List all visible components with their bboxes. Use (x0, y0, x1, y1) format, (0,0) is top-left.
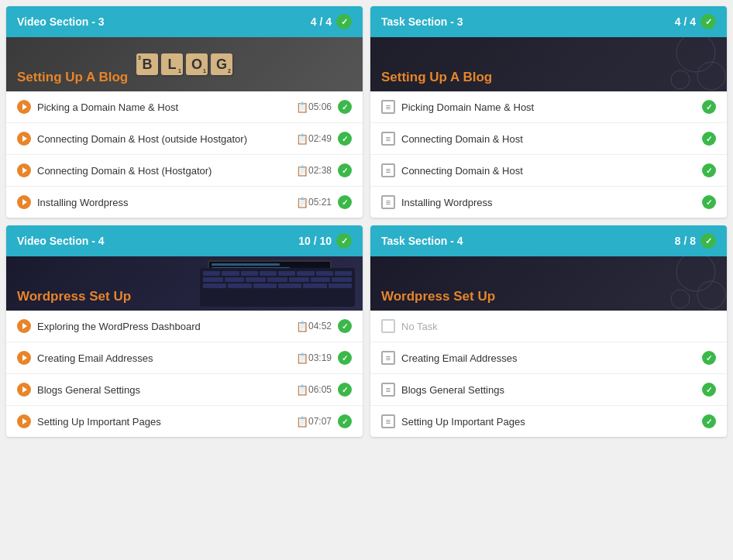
panel-count: 8 / 8 (675, 235, 696, 247)
panel-header-title: Task Section - 4 (381, 235, 463, 247)
list-item[interactable]: Blogs General Settings📋06:05 (6, 374, 363, 406)
scrabble-tile: 3B (136, 53, 158, 75)
item-check-icon (338, 163, 352, 177)
play-icon[interactable] (17, 319, 31, 333)
panel-items: Picking Domain Name & HostConnecting Dom… (370, 91, 727, 218)
task-icon (381, 100, 395, 114)
list-item[interactable]: Connecting Domain & Host (Hostgator)📋02:… (6, 155, 363, 187)
item-label: Blogs General Settings (37, 384, 292, 396)
header-check-icon: ✓ (336, 233, 352, 249)
play-icon[interactable] (17, 132, 31, 146)
item-label: Blogs General Settings (401, 384, 702, 396)
play-icon[interactable] (17, 163, 31, 177)
list-item[interactable]: Connecting Domain & Host (370, 155, 727, 187)
item-check-icon (702, 414, 716, 428)
item-label: Exploring the WordPress Dashboard (37, 321, 292, 332)
item-check-icon (702, 163, 716, 177)
panel-header-right: 8 / 8✓ (675, 233, 716, 249)
panel-task-section-4: Task Section - 48 / 8✓ Wordpress Set UpN… (370, 225, 727, 437)
list-item[interactable]: Exploring the WordPress Dashboard📋04:52 (6, 311, 363, 342)
item-label: Setting Up Important Pages (37, 416, 292, 428)
section-title: Wordpress Set Up (381, 289, 495, 304)
panel-count: 4 / 4 (311, 15, 332, 28)
panel-banner: Wordpress Set Up (370, 256, 727, 311)
item-time: 07:07 (308, 416, 332, 427)
panel-header-video-section-3: Video Section - 34 / 4✓ (6, 6, 363, 37)
panel-header-title: Task Section - 3 (381, 15, 463, 28)
svg-point-2 (671, 70, 690, 89)
item-check-icon (702, 351, 716, 365)
doc-icon[interactable]: 📋 (296, 101, 308, 113)
list-item[interactable]: Setting Up Important Pages📋07:07 (6, 406, 363, 437)
task-icon (381, 132, 395, 146)
doc-icon[interactable]: 📋 (296, 352, 308, 364)
list-item[interactable]: Connecting Domain & Host (370, 123, 727, 155)
panel-header-title: Video Section - 3 (17, 15, 105, 28)
scrabble-tile: L1 (161, 53, 183, 75)
list-item[interactable]: Setting Up Important Pages (370, 406, 727, 437)
item-time: 05:06 (308, 101, 332, 112)
panel-video-section-4: Video Section - 410 / 10✓Wordpress Set U… (6, 225, 363, 437)
item-label: Connecting Domain & Host (401, 165, 702, 177)
item-label: Connecting Domain & Host (outside Hostga… (37, 133, 292, 145)
section-title: Wordpress Set Up (17, 289, 131, 304)
list-item[interactable]: Installing Wordpress📋05:21 (6, 187, 363, 218)
play-icon[interactable] (17, 383, 31, 397)
item-check-icon (338, 319, 352, 333)
list-item[interactable]: Picking Domain Name & Host (370, 91, 727, 123)
item-check-icon (338, 100, 352, 114)
list-item[interactable]: Blogs General Settings (370, 374, 727, 406)
item-label: Installing Wordpress (401, 197, 702, 208)
item-time: 02:49 (308, 133, 332, 144)
item-label: Connecting Domain & Host (Hostgator) (37, 165, 292, 177)
keyboard-decoration (200, 268, 355, 307)
panel-banner: 3BL1O1G2Setting Up A Blog (6, 37, 363, 91)
panel-header-right: 4 / 4✓ (675, 14, 716, 29)
panel-header-task-section-3: Task Section - 34 / 4✓ (370, 6, 727, 37)
item-check-icon (338, 414, 352, 428)
svg-point-3 (676, 256, 715, 291)
header-check-icon: ✓ (700, 14, 716, 29)
play-icon[interactable] (17, 195, 31, 209)
item-label: Setting Up Important Pages (401, 416, 702, 428)
item-time: 04:52 (308, 321, 332, 332)
item-label: Creating Email Addresses (37, 352, 292, 364)
panel-items: Picking a Domain Name & Host📋05:06Connec… (6, 91, 363, 218)
item-label: Picking Domain Name & Host (401, 101, 702, 113)
item-label: Installing Wordpress (37, 197, 292, 208)
item-check-icon (338, 132, 352, 146)
panel-header-video-section-4: Video Section - 410 / 10✓ (6, 225, 363, 256)
panel-video-section-3: Video Section - 34 / 4✓3BL1O1G2Setting U… (6, 6, 363, 218)
item-label: Connecting Domain & Host (401, 133, 702, 145)
item-check-icon (702, 100, 716, 114)
doc-icon[interactable]: 📋 (296, 321, 308, 332)
list-item[interactable]: Creating Email Addresses (370, 342, 727, 374)
list-item[interactable]: Creating Email Addresses📋03:19 (6, 342, 363, 374)
play-icon[interactable] (17, 100, 31, 114)
panel-header-right: 4 / 4✓ (311, 14, 352, 29)
doc-icon[interactable]: 📋 (296, 165, 308, 177)
panel-items: No TaskCreating Email AddressesBlogs Gen… (370, 311, 727, 437)
panel-count: 10 / 10 (298, 235, 332, 247)
header-check-icon: ✓ (336, 14, 352, 29)
task-icon (381, 414, 395, 428)
item-time: 05:21 (308, 197, 332, 208)
svg-point-5 (671, 290, 690, 308)
item-label: Creating Email Addresses (401, 352, 702, 364)
list-item[interactable]: Connecting Domain & Host (outside Hostga… (6, 123, 363, 155)
scrabble-tile: G2 (211, 53, 232, 75)
item-check-icon (338, 351, 352, 365)
panel-header-right: 10 / 10✓ (298, 233, 352, 249)
play-icon[interactable] (17, 351, 31, 365)
no-task-icon (381, 319, 395, 333)
list-item[interactable]: Picking a Domain Name & Host📋05:06 (6, 91, 363, 123)
doc-icon[interactable]: 📋 (296, 384, 308, 396)
task-icon (381, 163, 395, 177)
doc-icon[interactable]: 📋 (296, 133, 308, 145)
play-icon[interactable] (17, 414, 31, 428)
doc-icon[interactable]: 📋 (296, 197, 308, 208)
list-item[interactable]: Installing Wordpress (370, 187, 727, 218)
panel-banner: Setting Up A Blog (370, 37, 727, 91)
doc-icon[interactable]: 📋 (296, 416, 308, 428)
list-item[interactable]: No Task (370, 311, 727, 342)
